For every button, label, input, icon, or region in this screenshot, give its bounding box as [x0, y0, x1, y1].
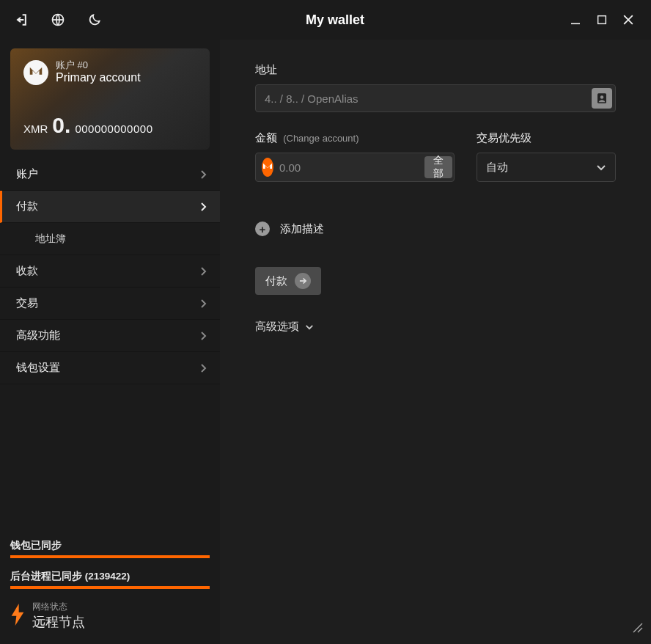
window-title: My wallet: [103, 12, 567, 28]
daemon-sync-progress: [10, 586, 210, 589]
add-description-button[interactable]: + 添加描述: [255, 222, 616, 236]
titlebar: My wallet: [0, 0, 651, 40]
network-status-label: 网络状态: [32, 601, 85, 613]
account-number: 账户 #0: [56, 60, 141, 71]
amount-input-box: 全部: [255, 153, 455, 182]
chevron-down-icon: [596, 161, 606, 174]
send-panel: 地址 金额 (Change account): [220, 40, 651, 644]
account-name: Primary account: [56, 71, 141, 84]
wallet-sync-label: 钱包已同步: [10, 539, 210, 552]
network-status-value: 远程节点: [32, 615, 85, 629]
wallet-sync-progress: [10, 555, 210, 558]
sidebar-item-accounts[interactable]: 账户: [0, 158, 220, 191]
network-status[interactable]: 网络状态 远程节点: [10, 601, 210, 631]
advanced-options-label: 高级选项: [255, 320, 299, 334]
address-input[interactable]: [255, 84, 616, 112]
close-icon[interactable]: [620, 12, 636, 28]
chevron-right-icon: [199, 331, 207, 341]
chevron-down-icon: [305, 321, 314, 333]
sidebar-item-address-book[interactable]: 地址簿: [0, 223, 220, 255]
pay-button[interactable]: 付款: [255, 267, 321, 295]
sync-status: 钱包已同步 后台进程已同步 (2139422) 网络状态 远程节点: [0, 539, 220, 644]
add-description-label: 添加描述: [280, 222, 324, 236]
priority-select[interactable]: 自动: [477, 153, 616, 182]
priority-label: 交易优先级: [477, 131, 616, 145]
sidebar-item-label: 交易: [16, 296, 38, 310]
advanced-options-toggle[interactable]: 高级选项: [255, 320, 616, 334]
monero-logo-icon: [23, 60, 48, 85]
sidebar-item-label: 钱包设置: [16, 361, 60, 375]
svg-point-3: [600, 95, 604, 99]
sidebar-item-label: 高级功能: [16, 329, 60, 343]
bolt-icon: [10, 604, 25, 629]
sidebar-item-send[interactable]: 付款: [0, 191, 220, 223]
pay-button-label: 付款: [265, 274, 287, 288]
globe-icon[interactable]: [50, 12, 66, 28]
sidebar-item-label: 收款: [16, 264, 38, 278]
sidebar-item-label: 付款: [16, 200, 38, 213]
minimize-icon[interactable]: [567, 12, 584, 28]
plus-icon: +: [255, 222, 270, 236]
address-book-button[interactable]: [592, 88, 612, 109]
account-card[interactable]: 账户 #0 Primary account XMR 0. 00000000000…: [10, 48, 210, 150]
dark-mode-icon[interactable]: [87, 12, 103, 28]
sidebar-item-advanced[interactable]: 高级功能: [0, 320, 220, 352]
address-label: 地址: [255, 63, 616, 77]
resize-grip-icon[interactable]: [632, 622, 644, 637]
chevron-right-icon: [199, 202, 207, 212]
chevron-right-icon: [199, 299, 207, 309]
amount-input[interactable]: [273, 161, 424, 174]
account-balance: XMR 0. 000000000000: [23, 113, 152, 138]
sidebar-nav: 账户 付款 地址簿 收款 交易 高级功能 钱包: [0, 158, 220, 384]
amount-label: 金额: [255, 131, 277, 144]
sidebar-item-receive[interactable]: 收款: [0, 255, 220, 288]
sidebar-item-settings[interactable]: 钱包设置: [0, 352, 220, 384]
monero-chip-icon: [262, 158, 273, 177]
daemon-sync-label: 后台进程已同步 (2139422): [10, 570, 210, 583]
arrow-right-icon: [295, 273, 311, 289]
amount-all-button[interactable]: 全部: [424, 156, 452, 178]
maximize-icon[interactable]: [594, 12, 610, 28]
contact-icon: [595, 92, 608, 105]
chevron-right-icon: [199, 169, 207, 180]
chevron-right-icon: [199, 266, 207, 277]
priority-value: 自动: [486, 161, 508, 175]
logout-icon[interactable]: [13, 12, 29, 28]
sidebar-item-label: 账户: [16, 167, 38, 181]
sidebar: 账户 #0 Primary account XMR 0. 00000000000…: [0, 40, 220, 644]
change-account-link[interactable]: (Change account): [283, 133, 358, 144]
sidebar-item-transactions[interactable]: 交易: [0, 288, 220, 320]
sidebar-item-label: 地址簿: [35, 233, 66, 246]
svg-rect-1: [598, 16, 606, 24]
chevron-right-icon: [199, 363, 207, 373]
